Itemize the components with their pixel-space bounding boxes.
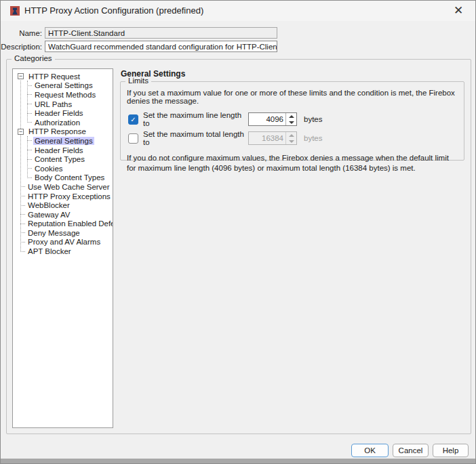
cancel-button[interactable]: Cancel	[393, 444, 429, 457]
title-bar: HTTP Proxy Action Configuration (predefi…	[1, 1, 475, 21]
tree-item-label: Use Web Cache Server	[26, 183, 111, 191]
help-button[interactable]: Help	[433, 444, 469, 457]
tree-connector	[27, 168, 32, 169]
tree-item-request-general-settings[interactable]: General Settings	[13, 81, 113, 91]
tree-item-label: WebBlocker	[26, 201, 71, 209]
tree-item-content-types[interactable]: Content Types	[13, 154, 113, 164]
tree-item-apt-blocker[interactable]: APT Blocker	[13, 247, 113, 256]
max-line-length-label: Set the maximum line length to	[143, 111, 248, 127]
tree-item-authorization[interactable]: Authorization	[13, 118, 113, 127]
tree-item-request-header-fields[interactable]: Header Fields	[13, 108, 113, 118]
tree-item-response-header-fields[interactable]: Header Fields	[13, 146, 113, 155]
tree-item-gateway-av[interactable]: Gateway AV	[13, 210, 113, 219]
description-field[interactable]: WatchGuard recommended standard configur…	[45, 41, 277, 52]
max-total-length-unit: bytes	[304, 134, 323, 142]
tree-item-url-paths[interactable]: URL Paths	[13, 100, 113, 109]
spinner-arrows	[285, 113, 296, 125]
tree-item-label-selected: General Settings	[33, 137, 94, 145]
tree-item-label: Content Types	[33, 155, 86, 163]
tree-connector	[20, 214, 25, 215]
ok-button[interactable]: OK	[351, 444, 389, 457]
window-title: HTTP Proxy Action Configuration (predefi…	[24, 1, 203, 21]
tree-connector	[27, 94, 32, 95]
categories-tree[interactable]: − HTTP Request General Settings Request …	[12, 68, 113, 428]
tree-item-label: Cookies	[33, 165, 64, 173]
collapse-icon[interactable]: −	[18, 129, 24, 135]
tree-connector	[27, 85, 32, 86]
tree-item-label: Header Fields	[33, 146, 85, 154]
tree-item-label: Gateway AV	[26, 211, 71, 219]
tree-item-label: Request Methods	[33, 91, 97, 99]
tree-item-label: Header Fields	[33, 109, 85, 117]
tree-connector	[20, 224, 25, 224]
tree-connector	[27, 113, 32, 114]
tree-connector	[20, 186, 25, 187]
tree-item-label: Reputation Enabled Defense	[26, 219, 113, 228]
tree-item-label: Authorization	[33, 119, 81, 127]
tree-item-label: General Settings	[33, 81, 94, 89]
name-label: Name:	[1, 28, 42, 39]
app-icon	[9, 5, 20, 16]
tree-item-cookies[interactable]: Cookies	[13, 164, 113, 173]
tree-connector	[27, 122, 32, 123]
tree-item-label: HTTP Response	[27, 127, 87, 135]
tree-connector	[20, 242, 25, 242]
collapse-icon[interactable]: −	[18, 73, 24, 79]
limits-intro-text: If you set a maximum value for one or mo…	[127, 89, 457, 105]
limits-legend: Limits	[125, 77, 151, 85]
close-icon[interactable]: ✕	[450, 3, 467, 19]
tree-item-request-methods[interactable]: Request Methods	[13, 90, 113, 100]
max-total-length-value: 16384	[249, 132, 285, 144]
max-total-length-spinner: 16384	[248, 131, 297, 145]
spinner-up-icon	[286, 132, 296, 138]
tree-connector	[20, 196, 25, 196]
spinner-up-icon[interactable]	[286, 113, 296, 119]
tree-item-label: Body Content Types	[33, 173, 106, 182]
tree-connector	[27, 104, 32, 104]
max-total-length-row: Set the maximum total length to 16384 by…	[127, 131, 457, 145]
tree-connector	[27, 140, 32, 141]
tree-item-label: URL Paths	[33, 100, 73, 108]
tree-connector	[27, 159, 32, 160]
tree-item-http-response[interactable]: − HTTP Response	[13, 127, 113, 137]
tree-item-use-web-cache-server[interactable]: Use Web Cache Server	[13, 182, 113, 192]
max-line-length-spinner[interactable]: 4096	[248, 112, 297, 126]
spinner-down-icon[interactable]	[286, 119, 296, 125]
tree-item-http-request[interactable]: − HTTP Request	[13, 72, 113, 81]
tree-item-label: Proxy and AV Alarms	[26, 238, 102, 246]
spinner-down-icon	[286, 138, 296, 144]
max-line-length-unit: bytes	[304, 115, 323, 123]
tree-item-webblocker[interactable]: WebBlocker	[13, 201, 113, 210]
bottom-edge-strip	[1, 459, 475, 463]
spinner-arrows	[285, 132, 296, 144]
name-field[interactable]: HTTP-Client.Standard	[45, 27, 277, 39]
tree-item-http-proxy-exceptions[interactable]: HTTP Proxy Exceptions	[13, 192, 113, 201]
tree-connector	[27, 150, 32, 150]
max-total-length-checkbox[interactable]	[128, 133, 138, 144]
dialog-window: HTTP Proxy Action Configuration (predefi…	[0, 0, 476, 464]
tree-item-label: HTTP Proxy Exceptions	[26, 192, 112, 201]
max-line-length-row: ✓ Set the maximum line length to 4096 by…	[127, 112, 457, 126]
tree-item-label: APT Blocker	[26, 247, 73, 255]
limits-groupbox: Limits If you set a maximum value for on…	[120, 81, 464, 161]
tree-connector	[20, 251, 25, 252]
tree-item-deny-message[interactable]: Deny Message	[13, 228, 113, 238]
tree-item-response-general-settings[interactable]: General Settings	[13, 136, 113, 146]
tree-item-proxy-and-av-alarms[interactable]: Proxy and AV Alarms	[13, 238, 113, 247]
tree-item-body-content-types[interactable]: Body Content Types	[13, 173, 113, 183]
tree-item-label: Deny Message	[26, 229, 81, 237]
categories-legend: Categories	[12, 54, 55, 62]
tree-connector	[20, 205, 25, 206]
limits-note-text: If you do not configure maximum values, …	[127, 153, 457, 173]
tree-item-reputation-enabled-defense[interactable]: Reputation Enabled Defense	[13, 219, 113, 229]
max-line-length-checkbox[interactable]: ✓	[128, 114, 138, 125]
description-label: Description:	[1, 41, 42, 53]
tree-connector	[20, 232, 25, 233]
max-line-length-value[interactable]: 4096	[249, 113, 285, 125]
max-total-length-label: Set the maximum total length to	[143, 130, 248, 146]
tree-item-label: HTTP Request	[27, 72, 81, 81]
tree-connector	[27, 177, 32, 178]
